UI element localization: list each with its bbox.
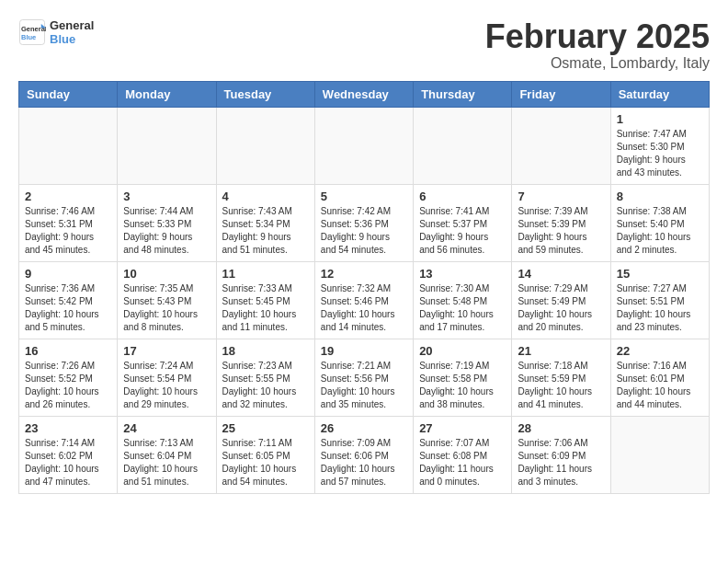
calendar-cell: 26Sunrise: 7:09 AM Sunset: 6:06 PM Dayli… — [314, 416, 413, 493]
calendar-cell — [610, 416, 709, 493]
day-number: 3 — [123, 190, 210, 203]
calendar-cell: 20Sunrise: 7:19 AM Sunset: 5:58 PM Dayli… — [414, 339, 512, 416]
calendar-cell: 28Sunrise: 7:06 AM Sunset: 6:09 PM Dayli… — [512, 416, 610, 493]
day-info: Sunrise: 7:23 AM Sunset: 5:55 PM Dayligh… — [222, 360, 309, 411]
calendar-cell — [118, 107, 216, 184]
day-number: 24 — [123, 421, 210, 435]
day-number: 16 — [25, 344, 111, 358]
calendar-cell: 14Sunrise: 7:29 AM Sunset: 5:49 PM Dayli… — [512, 261, 610, 339]
day-info: Sunrise: 7:16 AM Sunset: 6:01 PM Dayligh… — [617, 360, 703, 411]
logo: General Blue General Blue — [18, 18, 94, 46]
day-number: 4 — [222, 190, 309, 203]
day-number: 15 — [617, 267, 703, 281]
day-info: Sunrise: 7:26 AM Sunset: 5:52 PM Dayligh… — [25, 360, 111, 411]
weekday-header-wednesday: Wednesday — [314, 81, 413, 107]
day-number: 9 — [25, 267, 111, 281]
day-number: 2 — [25, 190, 111, 203]
calendar-table: SundayMondayTuesdayWednesdayThursdayFrid… — [18, 81, 710, 494]
calendar-cell: 16Sunrise: 7:26 AM Sunset: 5:52 PM Dayli… — [19, 339, 118, 416]
week-row-3: 9Sunrise: 7:36 AM Sunset: 5:42 PM Daylig… — [19, 261, 710, 339]
calendar-cell: 4Sunrise: 7:43 AM Sunset: 5:34 PM Daylig… — [216, 184, 314, 261]
calendar-cell: 23Sunrise: 7:14 AM Sunset: 6:02 PM Dayli… — [19, 416, 118, 493]
day-info: Sunrise: 7:44 AM Sunset: 5:33 PM Dayligh… — [123, 205, 210, 257]
day-info: Sunrise: 7:30 AM Sunset: 5:48 PM Dayligh… — [419, 282, 506, 334]
calendar-cell: 7Sunrise: 7:39 AM Sunset: 5:39 PM Daylig… — [512, 184, 610, 261]
calendar-cell: 21Sunrise: 7:18 AM Sunset: 5:59 PM Dayli… — [512, 339, 610, 416]
weekday-header-friday: Friday — [512, 81, 610, 107]
day-info: Sunrise: 7:19 AM Sunset: 5:58 PM Dayligh… — [419, 360, 506, 411]
calendar-cell: 11Sunrise: 7:33 AM Sunset: 5:45 PM Dayli… — [216, 261, 314, 339]
day-info: Sunrise: 7:38 AM Sunset: 5:40 PM Dayligh… — [617, 205, 703, 257]
day-info: Sunrise: 7:13 AM Sunset: 6:04 PM Dayligh… — [123, 437, 210, 488]
weekday-header-saturday: Saturday — [610, 81, 709, 107]
calendar-cell — [512, 107, 610, 184]
day-number: 26 — [321, 421, 407, 435]
logo-blue-text: Blue — [50, 32, 94, 46]
day-number: 23 — [25, 421, 111, 435]
calendar-cell: 9Sunrise: 7:36 AM Sunset: 5:42 PM Daylig… — [19, 261, 118, 339]
day-number: 8 — [617, 190, 703, 203]
day-info: Sunrise: 7:35 AM Sunset: 5:43 PM Dayligh… — [123, 282, 210, 334]
day-info: Sunrise: 7:07 AM Sunset: 6:08 PM Dayligh… — [419, 437, 506, 488]
day-info: Sunrise: 7:36 AM Sunset: 5:42 PM Dayligh… — [25, 282, 111, 334]
title-block: February 2025 Osmate, Lombardy, Italy — [485, 18, 710, 72]
day-info: Sunrise: 7:33 AM Sunset: 5:45 PM Dayligh… — [222, 282, 309, 334]
day-info: Sunrise: 7:43 AM Sunset: 5:34 PM Dayligh… — [222, 205, 309, 257]
calendar-cell: 10Sunrise: 7:35 AM Sunset: 5:43 PM Dayli… — [118, 261, 216, 339]
month-title: February 2025 — [485, 18, 710, 55]
calendar-cell: 8Sunrise: 7:38 AM Sunset: 5:40 PM Daylig… — [610, 184, 709, 261]
day-info: Sunrise: 7:42 AM Sunset: 5:36 PM Dayligh… — [321, 205, 407, 257]
day-info: Sunrise: 7:14 AM Sunset: 6:02 PM Dayligh… — [25, 437, 111, 488]
weekday-header-tuesday: Tuesday — [216, 81, 314, 107]
calendar-cell: 18Sunrise: 7:23 AM Sunset: 5:55 PM Dayli… — [216, 339, 314, 416]
day-info: Sunrise: 7:39 AM Sunset: 5:39 PM Dayligh… — [518, 205, 604, 257]
day-number: 20 — [419, 344, 506, 358]
logo-icon: General Blue — [18, 18, 46, 46]
calendar-cell: 27Sunrise: 7:07 AM Sunset: 6:08 PM Dayli… — [414, 416, 512, 493]
week-row-1: 1Sunrise: 7:47 AM Sunset: 5:30 PM Daylig… — [19, 107, 710, 184]
day-number: 28 — [518, 421, 604, 435]
day-number: 6 — [419, 190, 506, 203]
day-info: Sunrise: 7:29 AM Sunset: 5:49 PM Dayligh… — [518, 282, 604, 334]
day-number: 21 — [518, 344, 604, 358]
day-number: 19 — [321, 344, 407, 358]
svg-text:Blue: Blue — [21, 33, 36, 41]
calendar-cell: 17Sunrise: 7:24 AM Sunset: 5:54 PM Dayli… — [118, 339, 216, 416]
day-number: 22 — [617, 344, 703, 358]
weekday-header-thursday: Thursday — [414, 81, 512, 107]
calendar-cell: 1Sunrise: 7:47 AM Sunset: 5:30 PM Daylig… — [610, 107, 709, 184]
calendar-cell: 13Sunrise: 7:30 AM Sunset: 5:48 PM Dayli… — [414, 261, 512, 339]
day-info: Sunrise: 7:09 AM Sunset: 6:06 PM Dayligh… — [321, 437, 407, 488]
day-number: 18 — [222, 344, 309, 358]
day-number: 27 — [419, 421, 506, 435]
day-number: 12 — [321, 267, 407, 281]
day-number: 13 — [419, 267, 506, 281]
week-row-5: 23Sunrise: 7:14 AM Sunset: 6:02 PM Dayli… — [19, 416, 710, 493]
day-number: 14 — [518, 267, 604, 281]
day-number: 7 — [518, 190, 604, 203]
day-number: 1 — [617, 112, 703, 126]
day-number: 10 — [123, 267, 210, 281]
day-info: Sunrise: 7:27 AM Sunset: 5:51 PM Dayligh… — [617, 282, 703, 334]
weekday-header-sunday: Sunday — [19, 81, 118, 107]
calendar-cell: 25Sunrise: 7:11 AM Sunset: 6:05 PM Dayli… — [216, 416, 314, 493]
logo-general-text: General — [50, 18, 94, 32]
calendar-cell — [19, 107, 118, 184]
day-info: Sunrise: 7:24 AM Sunset: 5:54 PM Dayligh… — [123, 360, 210, 411]
day-info: Sunrise: 7:32 AM Sunset: 5:46 PM Dayligh… — [321, 282, 407, 334]
day-number: 25 — [222, 421, 309, 435]
page-header: General Blue General Blue February 2025 … — [18, 18, 710, 72]
calendar-cell — [314, 107, 413, 184]
day-info: Sunrise: 7:46 AM Sunset: 5:31 PM Dayligh… — [25, 205, 111, 257]
calendar-cell: 15Sunrise: 7:27 AM Sunset: 5:51 PM Dayli… — [610, 261, 709, 339]
calendar-cell: 3Sunrise: 7:44 AM Sunset: 5:33 PM Daylig… — [118, 184, 216, 261]
calendar-cell — [216, 107, 314, 184]
calendar-cell — [414, 107, 512, 184]
calendar-cell: 19Sunrise: 7:21 AM Sunset: 5:56 PM Dayli… — [314, 339, 413, 416]
day-number: 17 — [123, 344, 210, 358]
calendar-cell: 6Sunrise: 7:41 AM Sunset: 5:37 PM Daylig… — [414, 184, 512, 261]
day-number: 11 — [222, 267, 309, 281]
calendar-cell: 2Sunrise: 7:46 AM Sunset: 5:31 PM Daylig… — [19, 184, 118, 261]
location: Osmate, Lombardy, Italy — [485, 55, 710, 72]
day-info: Sunrise: 7:11 AM Sunset: 6:05 PM Dayligh… — [222, 437, 309, 488]
